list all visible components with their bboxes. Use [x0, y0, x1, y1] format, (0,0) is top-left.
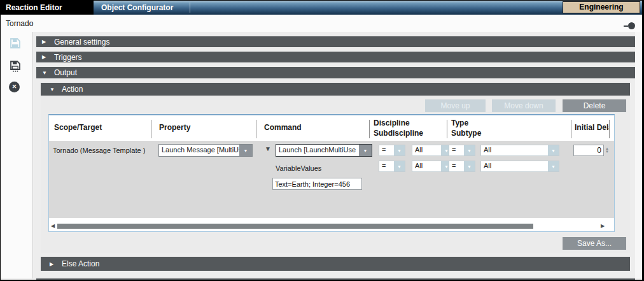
action-table: Scope/Target Property Command Discipline…	[48, 114, 615, 232]
save-icon[interactable]	[9, 37, 22, 52]
column-divider	[447, 120, 447, 138]
save-as-button[interactable]: Save As...	[563, 237, 626, 250]
reaction-editor-window: Reaction Editor Object Configurator Engi…	[0, 0, 644, 281]
dropdown-arrow-icon[interactable]: ▼	[464, 145, 475, 155]
discipline-operator-dropdown[interactable]: = ▼	[379, 145, 405, 156]
section-else-action[interactable]: ▶ Else Action	[41, 257, 630, 271]
engineering-mode-button[interactable]: Engineering	[563, 1, 640, 13]
section-partially-visible[interactable]	[36, 278, 635, 280]
delete-button[interactable]: Delete	[563, 99, 626, 112]
filter-value: All	[481, 145, 548, 155]
action-panel: Move up Move down Delete Scope/Target Pr…	[41, 96, 630, 253]
section-general-settings[interactable]: ▶ General settings	[36, 36, 635, 47]
save-as-icon[interactable]	[9, 60, 22, 75]
column-divider	[571, 120, 571, 138]
object-name-label: Tornado	[6, 19, 33, 28]
tab-separator	[190, 3, 190, 13]
initial-delay-spinner: ▲ ▼	[573, 145, 609, 156]
operator-value: =	[379, 145, 394, 155]
column-header-subdiscipline: Subdiscipline	[374, 129, 423, 138]
section-label: General settings	[54, 38, 109, 47]
dropdown-arrow-icon[interactable]: ▼	[464, 161, 475, 171]
filter-value: All	[412, 145, 441, 155]
spin-down-icon[interactable]: ▼	[605, 150, 609, 154]
subtype-operator-dropdown[interactable]: = ▼	[449, 161, 475, 172]
dropdown-arrow-icon[interactable]: ▼	[394, 145, 405, 155]
column-header-command: Command	[264, 115, 302, 140]
operator-value: =	[379, 161, 394, 171]
operator-value: =	[449, 145, 464, 155]
close-icon: ✕	[9, 82, 20, 92]
column-header-initial-delay: Initial Delay	[575, 115, 609, 140]
title-tab-bar: Reaction Editor Object Configurator Engi…	[1, 1, 642, 15]
subdiscipline-value-dropdown[interactable]: All ▼	[412, 161, 452, 172]
initial-delay-input[interactable]	[573, 145, 604, 156]
scroll-left-icon[interactable]: ◀	[51, 223, 55, 229]
section-triggers[interactable]: ▶ Triggers	[36, 52, 635, 62]
scroll-right-icon[interactable]: ▶	[601, 223, 605, 229]
collapsed-arrow-icon: ▶	[42, 54, 51, 60]
column-header-type: Type	[451, 119, 468, 127]
type-operator-dropdown[interactable]: = ▼	[449, 145, 475, 156]
subtype-value-dropdown[interactable]: All ▼	[480, 161, 559, 172]
move-down-button[interactable]: Move down	[492, 99, 556, 112]
toolbar-sidebar: ✕	[1, 32, 33, 278]
column-divider	[256, 120, 256, 138]
collapsed-arrow-icon: ▶	[50, 261, 59, 267]
column-header-property: Property	[159, 115, 190, 140]
column-header-discipline: Discipline	[374, 119, 410, 127]
dropdown-arrow-icon[interactable]: ▼	[548, 145, 559, 155]
command-dropdown-value: Launch [LaunchMultiUse	[276, 145, 359, 156]
section-action[interactable]: ▼ Action	[41, 83, 630, 96]
operator-value: =	[449, 161, 464, 171]
subdiscipline-operator-dropdown[interactable]: = ▼	[379, 161, 405, 172]
section-label: Action	[62, 85, 83, 94]
filter-value: All	[412, 161, 441, 171]
variable-values-label: VariableValues	[276, 164, 321, 172]
collapsed-arrow-icon: ▶	[42, 39, 51, 45]
column-divider	[609, 120, 610, 138]
column-divider	[151, 120, 151, 138]
dropdown-arrow-icon[interactable]: ▼	[359, 145, 372, 156]
filter-value: All	[481, 161, 548, 171]
property-dropdown[interactable]: Launch Message [MultiUse ▼	[158, 144, 253, 157]
tab-object-configurator[interactable]: Object Configurator	[94, 1, 189, 15]
command-expander-icon[interactable]: ▼	[265, 145, 271, 152]
tab-reaction-editor[interactable]: Reaction Editor	[6, 1, 62, 15]
property-dropdown-value: Launch Message [MultiUse	[159, 145, 239, 156]
tab-bar-background: Object Configurator	[94, 1, 642, 15]
scope-target-cell: Tornado (Message Template )	[53, 147, 145, 154]
move-up-button[interactable]: Move up	[425, 99, 486, 112]
section-label: Triggers	[54, 53, 82, 62]
pin-icon[interactable]	[624, 22, 635, 29]
column-header-subtype: Subtype	[451, 129, 481, 138]
object-bar: Tornado	[1, 15, 642, 32]
vertical-scrollbar-track[interactable]	[635, 32, 641, 278]
section-output[interactable]: ▼ Output	[36, 67, 635, 78]
expanded-arrow-icon: ▼	[50, 87, 59, 92]
discard-icon[interactable]: ✕	[9, 82, 20, 92]
command-dropdown[interactable]: Launch [LaunchMultiUse ▼	[276, 144, 372, 157]
dropdown-arrow-icon[interactable]: ▼	[394, 161, 405, 171]
dropdown-arrow-icon[interactable]: ▼	[239, 145, 252, 156]
dropdown-arrow-icon[interactable]: ▼	[548, 161, 559, 171]
section-label: Else Action	[62, 259, 99, 268]
variable-values-input[interactable]	[272, 178, 362, 190]
type-value-dropdown[interactable]: All ▼	[480, 145, 559, 156]
column-divider	[369, 120, 370, 138]
horizontal-scrollbar-thumb[interactable]	[57, 224, 533, 229]
expanded-arrow-icon: ▼	[42, 70, 51, 76]
section-label: Output	[54, 68, 77, 77]
column-header-scope-target: Scope/Target	[54, 115, 102, 140]
discipline-value-dropdown[interactable]: All ▼	[412, 145, 452, 156]
